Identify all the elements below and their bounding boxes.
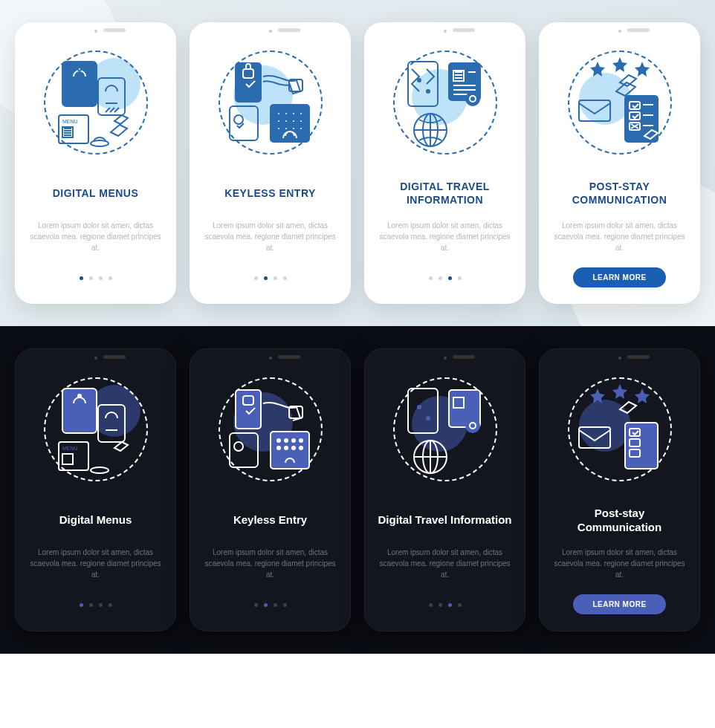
light-section: MENU DIGITAL MENUS Lorem ipsum dolor sit… — [0, 0, 715, 326]
svg-rect-12 — [271, 105, 309, 142]
card-description: Lorem ipsum dolor sit amen, dictas scaev… — [28, 547, 164, 584]
svg-point-20 — [300, 120, 302, 123]
learn-more-button[interactable]: LEARN MORE — [573, 594, 665, 614]
card-description: Lorem ipsum dolor sit amen, dictas scaev… — [551, 220, 688, 257]
svg-rect-2 — [98, 78, 125, 115]
travel-info-icon — [386, 370, 505, 489]
svg-rect-59 — [408, 389, 438, 433]
svg-point-58 — [300, 446, 302, 449]
travel-info-icon — [386, 43, 505, 162]
svg-point-13 — [277, 112, 280, 115]
svg-rect-40 — [98, 405, 125, 442]
digital-menus-icon: MENU — [36, 43, 155, 162]
card-title: POST-STAY COMMUNICATION — [551, 177, 688, 209]
svg-point-52 — [285, 439, 288, 442]
svg-point-60 — [417, 405, 421, 409]
svg-point-14 — [285, 112, 288, 115]
card-title: Digital Travel Information — [378, 504, 511, 536]
card-title: KEYLESS ENTRY — [224, 177, 316, 209]
card-description: Lorem ipsum dolor sit amen, dictas scaev… — [27, 220, 164, 257]
keyless-entry-icon — [211, 370, 330, 489]
svg-point-57 — [292, 446, 295, 449]
page-indicator[interactable] — [254, 270, 287, 285]
svg-point-19 — [292, 120, 295, 123]
svg-point-22 — [285, 127, 288, 130]
svg-text:MENU: MENU — [62, 119, 78, 124]
digital-menus-icon: MENU — [36, 370, 155, 489]
page-indicator[interactable] — [254, 597, 287, 612]
card-description: Lorem ipsum dolor sit amen, dictas scaev… — [551, 547, 688, 584]
svg-point-39 — [78, 394, 81, 397]
svg-rect-67 — [579, 427, 610, 448]
onboarding-card-keyless-entry: Keyless Entry Lorem ipsum dolor sit amen… — [190, 348, 351, 631]
svg-point-26 — [417, 78, 421, 82]
card-description: Lorem ipsum dolor sit amen, dictas scaev… — [202, 547, 338, 584]
learn-more-button[interactable]: LEARN MORE — [573, 267, 665, 287]
svg-point-24 — [300, 127, 302, 130]
svg-rect-47 — [230, 433, 258, 467]
page-indicator[interactable] — [429, 270, 462, 285]
post-stay-icon — [560, 43, 679, 162]
svg-point-18 — [285, 120, 288, 123]
card-title: DIGITAL MENUS — [53, 177, 139, 209]
svg-point-51 — [277, 439, 280, 442]
svg-point-27 — [426, 89, 430, 94]
onboarding-card-post-stay: POST-STAY COMMUNICATION Lorem ipsum dolo… — [539, 22, 700, 304]
svg-point-16 — [300, 112, 302, 115]
card-description: Lorem ipsum dolor sit amen, dictas scaev… — [201, 220, 339, 257]
card-title: Post-stay Communication — [551, 504, 688, 536]
svg-point-15 — [292, 112, 295, 115]
card-description: Lorem ipsum dolor sit amen, dictas scaev… — [376, 220, 514, 257]
svg-point-48 — [234, 442, 243, 451]
svg-rect-43 — [62, 454, 73, 464]
svg-point-1 — [78, 68, 81, 71]
page-indicator[interactable] — [429, 597, 462, 612]
svg-point-56 — [285, 446, 288, 449]
dark-section: MENU Digital Menus Lorem ipsum dolor sit… — [0, 326, 715, 654]
svg-point-21 — [277, 127, 280, 130]
svg-point-54 — [300, 439, 302, 442]
svg-point-10 — [234, 115, 243, 124]
card-title: Digital Menus — [59, 504, 132, 536]
card-title: DIGITAL TRAVEL INFORMATION — [376, 177, 514, 209]
onboarding-card-travel-info: Digital Travel Information Lorem ipsum d… — [364, 348, 525, 631]
keyless-entry-icon — [211, 43, 330, 162]
svg-point-53 — [292, 439, 295, 442]
svg-rect-33 — [579, 100, 610, 121]
onboarding-card-digital-menus: MENU DIGITAL MENUS Lorem ipsum dolor sit… — [15, 22, 176, 304]
card-title: Keyless Entry — [233, 504, 307, 536]
onboarding-card-keyless-entry: KEYLESS ENTRY Lorem ipsum dolor sit amen… — [190, 22, 351, 304]
page-indicator[interactable] — [80, 270, 112, 285]
svg-point-55 — [277, 446, 280, 449]
svg-point-17 — [277, 120, 280, 123]
post-stay-icon — [560, 370, 679, 489]
svg-text:MENU: MENU — [62, 446, 78, 451]
svg-rect-50 — [271, 432, 309, 469]
page-indicator[interactable] — [80, 597, 112, 612]
card-description: Lorem ipsum dolor sit amen, dictas scaev… — [377, 547, 513, 584]
svg-point-61 — [426, 416, 430, 420]
onboarding-card-travel-info: DIGITAL TRAVEL INFORMATION Lorem ipsum d… — [364, 22, 525, 304]
onboarding-card-digital-menus: MENU Digital Menus Lorem ipsum dolor sit… — [15, 348, 176, 631]
svg-point-23 — [292, 127, 295, 130]
svg-point-44 — [91, 467, 109, 473]
onboarding-card-post-stay: Post-stay Communication Lorem ipsum dolo… — [539, 348, 700, 631]
